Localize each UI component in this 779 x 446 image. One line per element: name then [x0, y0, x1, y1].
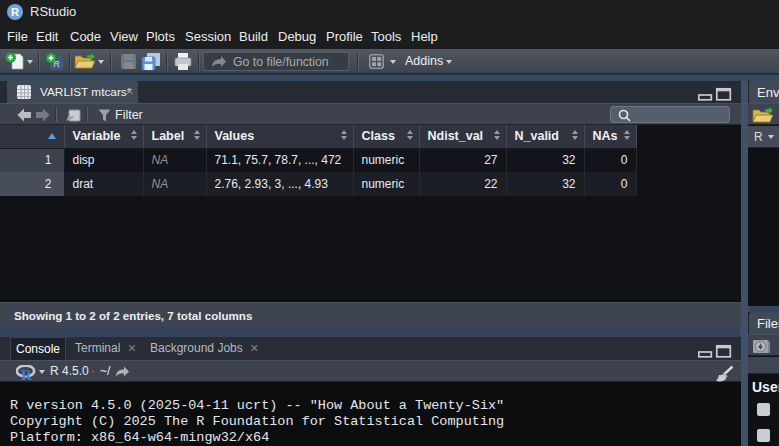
svg-text:R: R — [21, 367, 32, 381]
